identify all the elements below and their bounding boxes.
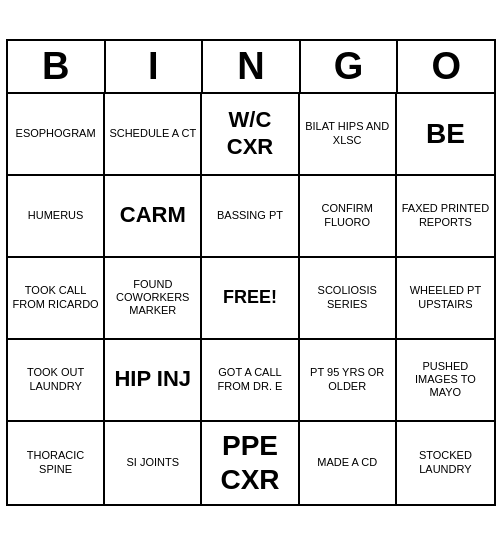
bingo-cell-r0-c2[interactable]: W/C CXR [202, 94, 299, 176]
bingo-letter-B: B [8, 41, 106, 94]
bingo-cell-r1-c1[interactable]: CARM [105, 176, 202, 258]
bingo-letter-G: G [301, 41, 399, 94]
bingo-cell-r4-c4[interactable]: STOCKED LAUNDRY [397, 422, 494, 504]
bingo-cell-r0-c3[interactable]: BILAT HIPS AND XLSC [300, 94, 397, 176]
bingo-cell-r1-c4[interactable]: FAXED PRINTED REPORTS [397, 176, 494, 258]
bingo-cell-r4-c1[interactable]: SI JOINTS [105, 422, 202, 504]
bingo-cell-r3-c0[interactable]: TOOK OUT LAUNDRY [8, 340, 105, 422]
bingo-cell-r0-c1[interactable]: SCHEDULE A CT [105, 94, 202, 176]
bingo-cell-r3-c2[interactable]: GOT A CALL FROM DR. E [202, 340, 299, 422]
bingo-cell-r2-c4[interactable]: WHEELED PT UPSTAIRS [397, 258, 494, 340]
bingo-cell-r1-c3[interactable]: CONFIRM FLUORO [300, 176, 397, 258]
bingo-cell-r3-c1[interactable]: HIP INJ [105, 340, 202, 422]
bingo-letter-O: O [398, 41, 494, 94]
bingo-cell-r1-c2[interactable]: BASSING PT [202, 176, 299, 258]
bingo-cell-r3-c4[interactable]: PUSHED IMAGES TO MAYO [397, 340, 494, 422]
bingo-cell-r0-c4[interactable]: BE [397, 94, 494, 176]
bingo-card: BINGO ESOPHOGRAMSCHEDULE A CTW/C CXRBILA… [6, 39, 496, 506]
bingo-cell-r2-c1[interactable]: FOUND COWORKERS MARKER [105, 258, 202, 340]
bingo-cell-r2-c0[interactable]: TOOK CALL FROM RICARDO [8, 258, 105, 340]
bingo-cell-r4-c2[interactable]: PPE CXR [202, 422, 299, 504]
bingo-cell-r4-c3[interactable]: MADE A CD [300, 422, 397, 504]
bingo-cell-r4-c0[interactable]: THORACIC SPINE [8, 422, 105, 504]
bingo-grid: ESOPHOGRAMSCHEDULE A CTW/C CXRBILAT HIPS… [8, 94, 494, 504]
bingo-cell-r2-c2[interactable]: Free! [202, 258, 299, 340]
bingo-letter-N: N [203, 41, 301, 94]
bingo-cell-r3-c3[interactable]: PT 95 YRS OR OLDER [300, 340, 397, 422]
bingo-header: BINGO [8, 41, 494, 94]
bingo-letter-I: I [106, 41, 204, 94]
bingo-cell-r2-c3[interactable]: SCOLIOSIS SERIES [300, 258, 397, 340]
bingo-cell-r0-c0[interactable]: ESOPHOGRAM [8, 94, 105, 176]
bingo-cell-r1-c0[interactable]: HUMERUS [8, 176, 105, 258]
